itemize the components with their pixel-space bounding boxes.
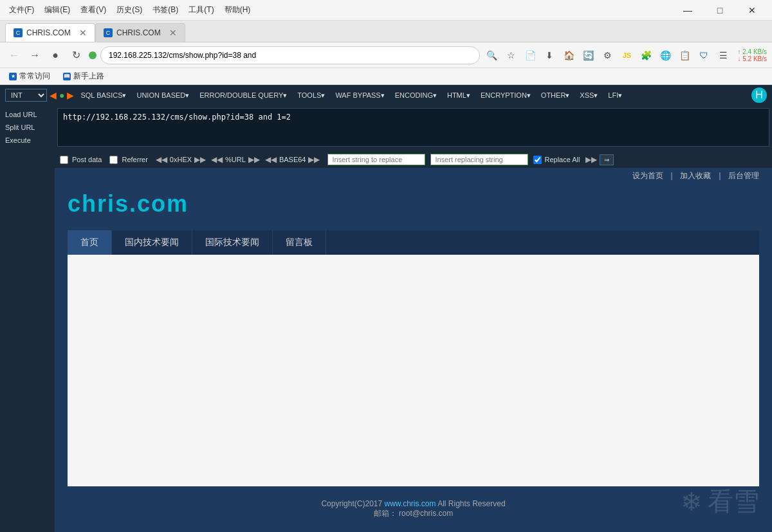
content-area: Load URL Split URL Execute http://192.16… <box>0 105 772 532</box>
search-icon[interactable]: 🔍 <box>482 46 501 64</box>
menu-edit[interactable]: 编辑(E) <box>41 2 74 18</box>
post-data-label: Post data <box>72 156 102 163</box>
website-footer: Copyright(C)2017 www.chris.com All Right… <box>68 486 759 532</box>
tab-close-1[interactable]: ✕ <box>79 28 87 38</box>
speed-up: ↑ 2.4 KB/s <box>737 48 767 55</box>
bookmark-1[interactable]: ★ 常常访问 <box>5 69 54 83</box>
browser-window: 文件(F) 编辑(E) 查看(V) 历史(S) 书签(B) 工具(T) 帮助(H… <box>0 0 772 532</box>
nav-guestbook[interactable]: 留言板 <box>273 230 326 255</box>
menu-view[interactable]: 查看(V) <box>77 2 110 18</box>
footer-email-label: 邮箱： <box>374 509 397 518</box>
pages-icon[interactable]: 📋 <box>676 46 694 64</box>
url-textarea[interactable]: http://192.168.225.132/cms/show.php?id=3… <box>57 108 769 147</box>
footer-url[interactable]: www.chris.com <box>385 499 436 508</box>
replace-arrow: ▶▶ <box>585 155 597 164</box>
address-bar: ← → ● ↻ 🔍 ☆ 📄 ⬇ 🏠 🔄 ⚙ JS 🧩 🌐 📋 🛡 ☰ ↑ 2.4… <box>0 42 772 68</box>
menu-file[interactable]: 文件(F) <box>5 2 38 18</box>
nav-right-icon[interactable]: ▶ <box>67 90 74 100</box>
menu-icon[interactable]: ☰ <box>714 46 732 64</box>
hackbar-tools[interactable]: TOOLS▾ <box>293 90 329 101</box>
address-input[interactable] <box>100 46 480 64</box>
close-button[interactable]: ✕ <box>737 0 767 21</box>
reader-icon[interactable]: 📄 <box>521 46 539 64</box>
tab-label-2: CHRIS.COM <box>116 28 161 37</box>
nav-home[interactable]: 首页 <box>68 230 112 255</box>
bookmark-label-1: 常常访问 <box>19 71 50 82</box>
footer-suffix: All Rights Reserved <box>437 499 505 508</box>
maximize-button[interactable]: □ <box>705 0 735 21</box>
nav-dot-icon: ● <box>59 90 64 100</box>
replace-btn[interactable]: ⇒ <box>600 154 614 165</box>
split-url-button[interactable]: Split URL <box>0 121 55 134</box>
hackbar-html[interactable]: HTML▾ <box>443 90 474 101</box>
shield-icon[interactable]: 🛡 <box>695 46 713 64</box>
hackbar-plugin-icon[interactable]: H <box>751 87 767 103</box>
admin-link[interactable]: 后台管理 <box>728 171 759 180</box>
bookmark-2[interactable]: 📖 新手上路 <box>59 69 108 83</box>
toolbar-icons: 🔍 ☆ 📄 ⬇ 🏠 🔄 ⚙ JS 🧩 🌐 📋 🛡 ☰ <box>482 46 732 64</box>
set-homepage-link[interactable]: 设为首页 <box>632 171 663 180</box>
menu-bookmarks[interactable]: 书签(B) <box>149 2 182 18</box>
replacing-input[interactable] <box>430 154 528 165</box>
menu-tools[interactable]: 工具(T) <box>185 2 217 18</box>
refresh-button[interactable]: ↻ <box>67 46 85 64</box>
menu-history[interactable]: 历史(S) <box>113 2 146 18</box>
int-select[interactable]: INT STR FLOAT <box>5 89 47 102</box>
hackbar-error-query[interactable]: ERROR/DOUBLE QUERY▾ <box>196 90 291 101</box>
menu-bar: 文件(F) 编辑(E) 查看(V) 历史(S) 书签(B) 工具(T) 帮助(H… <box>5 2 673 18</box>
tab-favicon-2: C <box>104 28 113 37</box>
bookmark-favicon-1: ★ <box>9 73 17 80</box>
extension1-icon[interactable]: 🧩 <box>637 46 655 64</box>
nav-intl-tech[interactable]: 国际技术要闻 <box>192 230 273 255</box>
url-label: %URL <box>225 156 246 163</box>
referrer-checkbox[interactable] <box>109 156 118 164</box>
menu-help[interactable]: 帮助(H) <box>221 2 255 18</box>
hex-left-arrow: ◀◀ <box>156 155 167 164</box>
settings-icon[interactable]: ⚙ <box>598 46 616 64</box>
hackbar-extension-icon: H <box>751 87 767 103</box>
website-logo-area: chris.com <box>55 184 772 230</box>
nav-domestic-tech[interactable]: 国内技术要闻 <box>112 230 192 255</box>
tab-inactive[interactable]: C CHRIS.COM ✕ <box>95 23 185 42</box>
download-icon[interactable]: ⬇ <box>540 46 558 64</box>
website-body <box>68 255 759 486</box>
bookmark-label-2: 新手上路 <box>73 71 104 82</box>
replace-input[interactable] <box>327 154 425 165</box>
base64-label: BASE64 <box>279 156 306 163</box>
execute-button[interactable]: Execute <box>0 134 55 147</box>
website-outer: 设为首页 ｜ 加入收藏 ｜ 后台管理 chris.com 首页 国内技术要闻 国… <box>55 168 772 532</box>
hackbar-encoding[interactable]: ENCODING▾ <box>391 90 441 101</box>
sync-icon[interactable]: 🔄 <box>579 46 597 64</box>
extension2-icon[interactable]: 🌐 <box>656 46 674 64</box>
tab-close-2[interactable]: ✕ <box>169 28 177 38</box>
minimize-button[interactable]: — <box>673 0 703 21</box>
post-data-checkbox[interactable] <box>60 156 68 164</box>
nav-left-icon[interactable]: ◀ <box>50 90 57 100</box>
load-url-button[interactable]: Load URL <box>0 108 55 121</box>
bookmarks-bar: ★ 常常访问 📖 新手上路 <box>0 68 772 85</box>
tab-active[interactable]: C CHRIS.COM ✕ <box>5 23 95 42</box>
back-button[interactable]: ← <box>5 46 23 64</box>
replace-all-checkbox[interactable] <box>533 156 542 164</box>
tab-bar: C CHRIS.COM ✕ C CHRIS.COM ✕ <box>0 21 772 42</box>
title-bar: 文件(F) 编辑(E) 查看(V) 历史(S) 书签(B) 工具(T) 帮助(H… <box>0 0 772 21</box>
home-nav-icon[interactable]: 🏠 <box>560 46 578 64</box>
forward-button[interactable]: → <box>26 46 44 64</box>
home-button[interactable]: ● <box>46 46 64 64</box>
referrer-label: Referrer <box>122 156 147 163</box>
left-panel: Load URL Split URL Execute <box>0 105 55 532</box>
base64-left-arrow: ◀◀ <box>265 155 277 164</box>
hackbar-xss[interactable]: XSS▾ <box>576 90 602 101</box>
hackbar-other[interactable]: OTHER▾ <box>537 90 574 101</box>
hackbar-union-based[interactable]: UNION BASED▾ <box>133 90 193 101</box>
hackbar-encryption[interactable]: ENCRYPTION▾ <box>477 90 535 101</box>
hackbar-waf-bypass[interactable]: WAF BYPASS▾ <box>331 90 388 101</box>
add-bookmark-link[interactable]: 加入收藏 <box>680 171 711 180</box>
bookmark-star-icon[interactable]: ☆ <box>502 46 520 64</box>
website-nav: 首页 国内技术要闻 国际技术要闻 留言板 <box>68 230 759 255</box>
encoder-row: Post data Referrer ◀◀ 0xHEX ▶▶ ◀◀ %URL ▶… <box>55 151 772 168</box>
window-controls: — □ ✕ <box>673 0 767 21</box>
hackbar-lfi[interactable]: LFI▾ <box>604 90 626 101</box>
js-icon[interactable]: JS <box>618 46 636 64</box>
hackbar-sql-basics[interactable]: SQL BASICS▾ <box>77 90 130 101</box>
